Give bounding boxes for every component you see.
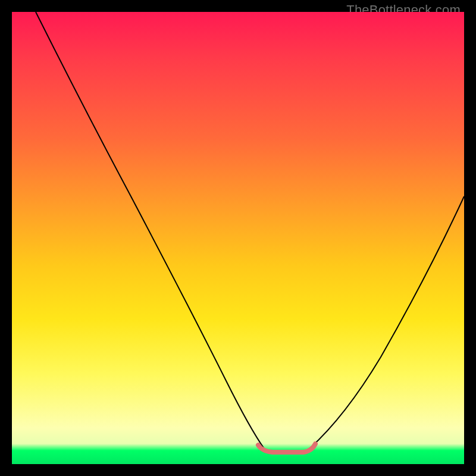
right-curve xyxy=(309,196,464,449)
plot-area xyxy=(12,12,464,464)
curve-svg xyxy=(12,12,464,464)
chart-frame: TheBottleneck.com xyxy=(0,0,476,476)
left-curve xyxy=(36,12,264,449)
valley-accent xyxy=(258,444,315,452)
